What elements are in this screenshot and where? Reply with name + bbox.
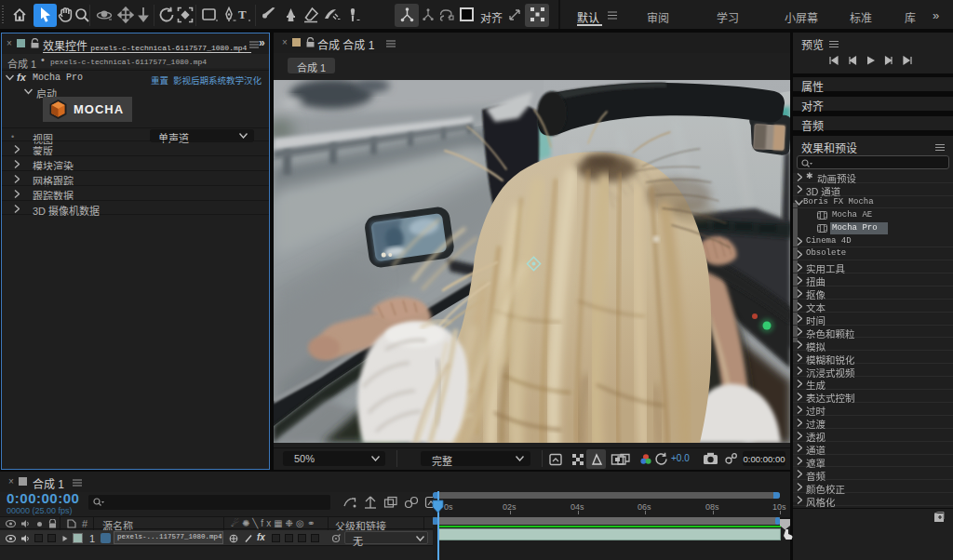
svg-text:T: T — [238, 7, 247, 21]
